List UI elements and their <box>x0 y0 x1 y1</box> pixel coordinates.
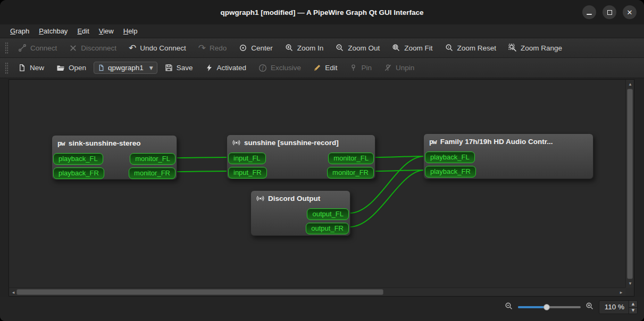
graph-canvas-frame: pw sink-sunshine-stereo playback_FL play… <box>9 79 634 297</box>
horizontal-scrollbar[interactable]: ◂ ▸ <box>9 288 625 296</box>
maximize-button[interactable] <box>603 5 616 19</box>
close-button[interactable]: ✕ <box>623 5 637 19</box>
graph-canvas[interactable]: pw sink-sunshine-stereo playback_FL play… <box>9 80 625 288</box>
zoom-range-button[interactable]: Zoom Range <box>504 41 567 55</box>
pin-button[interactable]: Pin <box>345 61 377 74</box>
zoom-value[interactable]: 110 % <box>599 301 629 314</box>
menu-view[interactable]: View <box>94 26 119 37</box>
menu-help[interactable]: Help <box>119 26 143 37</box>
close-icon: ✕ <box>627 9 633 16</box>
zoom-fit-button[interactable]: Zoom Fit <box>387 41 437 55</box>
port-monitor-fr[interactable]: monitor_FR <box>327 167 374 179</box>
menu-graph[interactable]: Graph <box>5 26 34 37</box>
activated-button[interactable]: Activated <box>200 61 252 74</box>
save-icon <box>165 64 173 72</box>
undo-icon: ↶ <box>129 44 136 52</box>
zoom-slider[interactable] <box>518 303 581 311</box>
port-input-fl[interactable]: input_FL <box>228 153 266 164</box>
unpin-button[interactable]: Unpin <box>379 61 419 74</box>
edit-label: Edit <box>325 64 337 72</box>
zoom-slider-fill <box>518 306 547 308</box>
vertical-scroll-handle[interactable] <box>627 89 633 279</box>
zoom-in-button[interactable]: Zoom In <box>280 41 329 55</box>
port-monitor-fl[interactable]: monitor_FL <box>328 153 374 164</box>
node-sunshine-record[interactable]: sunshine [sunshine-record] input_FL inpu… <box>227 134 375 179</box>
open-folder-icon <box>56 64 65 72</box>
connect-button[interactable]: Connect <box>13 41 62 55</box>
node-header: pw sink-sunshine-stereo <box>52 136 177 149</box>
input-ports: playback_FL playback_FR <box>53 153 104 179</box>
center-button[interactable]: Center <box>234 41 278 55</box>
zoom-reset-button[interactable]: Zoom Reset <box>440 41 501 55</box>
zoom-reset-icon <box>445 44 454 52</box>
toolbar-graph: Connect Disconnect ↶ Undo Connect ↷ Redo… <box>0 38 644 58</box>
exclusive-label: Exclusive <box>271 64 301 72</box>
undo-connect-label: Undo Connect <box>140 44 186 52</box>
port-input-fr[interactable]: input_FR <box>228 167 267 179</box>
audio-record-icon <box>232 139 240 147</box>
new-button[interactable]: New <box>13 61 49 74</box>
port-monitor-fr[interactable]: monitor_FR <box>129 167 175 179</box>
menu-edit[interactable]: Edit <box>72 26 94 37</box>
output-ports: monitor_FL monitor_FR <box>129 153 175 179</box>
zoom-in-icon <box>586 302 594 312</box>
edit-button[interactable]: Edit <box>308 61 342 74</box>
zoom-slider-handle[interactable] <box>543 304 550 310</box>
zoom-in-label: Zoom In <box>297 44 324 52</box>
zoom-range-icon <box>508 44 517 52</box>
zoom-out-icon <box>505 302 513 312</box>
save-button[interactable]: Save <box>160 61 198 74</box>
port-output-fl[interactable]: output_FL <box>307 208 349 220</box>
edit-pencil-icon <box>313 64 321 72</box>
redo-icon: ↷ <box>198 44 206 52</box>
window-title: qpwgraph1 [modified] — A PipeWire Graph … <box>220 9 423 16</box>
titlebar[interactable]: qpwgraph1 [modified] — A PipeWire Graph … <box>0 0 644 24</box>
port-playback-fl[interactable]: playback_FL <box>53 153 103 165</box>
menu-patchbay[interactable]: Patchbay <box>34 26 72 37</box>
disconnect-button[interactable]: Disconnect <box>64 41 121 55</box>
port-playback-fr[interactable]: playback_FR <box>53 167 104 179</box>
toolbar-grip-icon[interactable] <box>5 62 9 74</box>
pin-label: Pin <box>361 64 372 72</box>
chevron-down-icon: ▼ <box>149 65 153 71</box>
statusbar-zoom-out-button[interactable] <box>505 302 513 312</box>
zoom-fit-label: Zoom Fit <box>404 44 432 52</box>
zoom-out-icon <box>336 44 344 52</box>
scrollbar-corner <box>625 288 634 296</box>
toolbar-grip-icon[interactable] <box>5 42 9 54</box>
scroll-down-icon[interactable]: ▾ <box>626 279 634 288</box>
statusbar-zoom-in-button[interactable] <box>586 302 594 312</box>
unpin-label: Unpin <box>396 64 414 72</box>
port-output-fr[interactable]: output_FR <box>306 223 349 234</box>
horizontal-scroll-handle[interactable] <box>16 289 383 295</box>
disconnect-icon <box>69 44 77 52</box>
port-playback-fr[interactable]: playback_FR <box>425 166 476 178</box>
node-discord-output[interactable]: Discord Output output_FL output_FR <box>250 190 350 236</box>
zoom-out-label: Zoom Out <box>348 44 380 52</box>
activated-label: Activated <box>217 64 247 72</box>
node-family-hd-audio[interactable]: pw Family 17h/19h HD Audio Contr... play… <box>423 133 593 179</box>
port-playback-fl[interactable]: playback_FL <box>425 151 475 163</box>
port-monitor-fl[interactable]: monitor_FL <box>130 153 175 165</box>
toolbar-file: New Open qpwgraph1 ▼ Save Activate <box>0 58 644 78</box>
center-label: Center <box>251 44 273 52</box>
vertical-scrollbar[interactable]: ▴ ▾ <box>625 80 634 288</box>
save-label: Save <box>177 64 193 72</box>
spin-down-icon[interactable]: ▼ <box>629 307 637 314</box>
scroll-right-icon[interactable]: ▸ <box>617 288 625 297</box>
patchbay-combo[interactable]: qpwgraph1 ▼ <box>94 62 157 74</box>
disconnect-label: Disconnect <box>81 44 116 52</box>
spin-up-icon[interactable]: ▲ <box>629 301 637 307</box>
minimize-button[interactable] <box>582 5 596 19</box>
exclusive-button[interactable]: f Exclusive <box>254 61 306 75</box>
pipewire-icon: pw <box>429 138 437 146</box>
redo-button[interactable]: ↷ Redo <box>194 41 232 55</box>
menubar: Graph Patchbay Edit View Help <box>0 24 644 38</box>
zoom-spinbox[interactable]: 110 % ▲ ▼ <box>599 300 638 314</box>
undo-connect-button[interactable]: ↶ Undo Connect <box>124 41 191 55</box>
zoom-out-button[interactable]: Zoom Out <box>331 41 384 55</box>
node-sink-sunshine-stereo[interactable]: pw sink-sunshine-stereo playback_FL play… <box>52 135 177 180</box>
open-button[interactable]: Open <box>52 61 91 75</box>
center-icon <box>239 44 247 52</box>
scroll-up-icon[interactable]: ▴ <box>626 80 634 88</box>
